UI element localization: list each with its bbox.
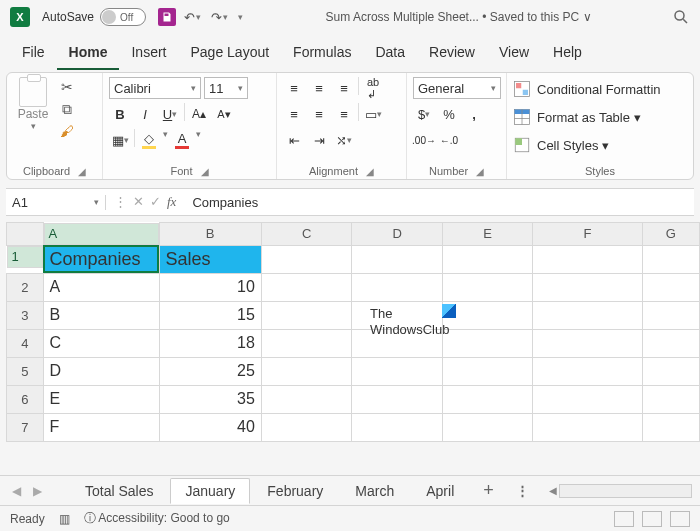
enter-formula-icon[interactable]: ✓ xyxy=(150,194,161,210)
menu-file[interactable]: File xyxy=(10,38,57,70)
column-header-F[interactable]: F xyxy=(533,223,642,246)
cell-G3[interactable] xyxy=(642,301,699,329)
cell-E1[interactable] xyxy=(442,245,532,273)
merge-button[interactable]: ▭▾ xyxy=(362,103,384,125)
wrap-text-button[interactable]: ab↲ xyxy=(362,77,384,99)
row-header-3[interactable]: 3 xyxy=(7,301,44,329)
cell-G2[interactable] xyxy=(642,273,699,301)
align-bottom-button[interactable]: ≡ xyxy=(333,77,355,99)
currency-button[interactable]: $▾ xyxy=(413,103,435,125)
cell-A7[interactable]: F xyxy=(43,413,159,441)
cell-F6[interactable] xyxy=(533,385,642,413)
undo-button[interactable]: ↶▾ xyxy=(182,8,203,27)
alignment-dialog-launcher[interactable]: ◢ xyxy=(366,166,374,177)
cell-B1[interactable]: Sales xyxy=(159,245,261,273)
sheet-tab-april[interactable]: April xyxy=(411,478,469,504)
cell-A2[interactable]: A xyxy=(43,273,159,301)
cell-D5[interactable] xyxy=(352,357,442,385)
fill-color-button[interactable]: ◇ xyxy=(138,129,160,151)
cell-G5[interactable] xyxy=(642,357,699,385)
cancel-formula-icon[interactable]: ✕ xyxy=(133,194,144,210)
sheet-nav-next[interactable]: ▶ xyxy=(29,484,46,498)
search-icon[interactable] xyxy=(672,8,690,26)
bold-button[interactable]: B xyxy=(109,103,131,125)
align-middle-button[interactable]: ≡ xyxy=(308,77,330,99)
spreadsheet-grid[interactable]: ABCDEFG1CompaniesSales2A103B154C185D256E… xyxy=(6,222,700,442)
horizontal-scrollbar[interactable]: ◀ xyxy=(549,484,692,498)
comma-button[interactable]: , xyxy=(463,103,485,125)
align-right-button[interactable]: ≡ xyxy=(333,103,355,125)
menu-insert[interactable]: Insert xyxy=(119,38,178,70)
cell-D6[interactable] xyxy=(352,385,442,413)
name-box[interactable]: A1▾ xyxy=(6,195,106,210)
cell-C2[interactable] xyxy=(261,273,351,301)
format-as-table-button[interactable]: Format as Table ▾ xyxy=(513,105,641,129)
font-size-selector[interactable]: 11▾ xyxy=(204,77,248,99)
cell-E4[interactable] xyxy=(442,329,532,357)
cell-D2[interactable] xyxy=(352,273,442,301)
cell-E6[interactable] xyxy=(442,385,532,413)
row-header-2[interactable]: 2 xyxy=(7,273,44,301)
cell-C7[interactable] xyxy=(261,413,351,441)
cell-F5[interactable] xyxy=(533,357,642,385)
qat-customize[interactable]: ▾ xyxy=(236,10,245,24)
cell-A4[interactable]: C xyxy=(43,329,159,357)
column-header-D[interactable]: D xyxy=(352,223,442,246)
row-header-1[interactable]: 1 xyxy=(7,246,43,268)
formula-input[interactable]: Companies xyxy=(184,195,694,210)
sheet-menu-button[interactable]: ⋮ xyxy=(508,483,537,498)
font-color-button[interactable]: A xyxy=(171,129,193,151)
menu-review[interactable]: Review xyxy=(417,38,487,70)
cell-D1[interactable] xyxy=(352,245,442,273)
font-dialog-launcher[interactable]: ◢ xyxy=(201,166,209,177)
format-painter-icon[interactable]: 🖌 xyxy=(57,121,77,141)
cell-F4[interactable] xyxy=(533,329,642,357)
cell-B4[interactable]: 18 xyxy=(159,329,261,357)
menu-page-layout[interactable]: Page Layout xyxy=(178,38,281,70)
cell-C5[interactable] xyxy=(261,357,351,385)
percent-button[interactable]: % xyxy=(438,103,460,125)
cell-B2[interactable]: 10 xyxy=(159,273,261,301)
cell-A3[interactable]: B xyxy=(43,301,159,329)
menu-view[interactable]: View xyxy=(487,38,541,70)
menu-data[interactable]: Data xyxy=(363,38,417,70)
cell-E5[interactable] xyxy=(442,357,532,385)
orientation-button[interactable]: ⤭▾ xyxy=(333,129,355,151)
row-header-4[interactable]: 4 xyxy=(7,329,44,357)
row-header-5[interactable]: 5 xyxy=(7,357,44,385)
italic-button[interactable]: I xyxy=(134,103,156,125)
decrease-font-button[interactable]: A▾ xyxy=(213,103,235,125)
page-break-view-button[interactable] xyxy=(670,511,690,527)
cell-A1[interactable]: Companies xyxy=(43,245,159,273)
align-left-button[interactable]: ≡ xyxy=(283,103,305,125)
select-all-corner[interactable] xyxy=(7,223,44,246)
increase-indent-button[interactable]: ⇥ xyxy=(308,129,330,151)
borders-button[interactable]: ▦▾ xyxy=(109,129,131,151)
cell-G6[interactable] xyxy=(642,385,699,413)
sheet-tab-total-sales[interactable]: Total Sales xyxy=(70,478,168,504)
save-button[interactable] xyxy=(158,8,176,26)
clipboard-dialog-launcher[interactable]: ◢ xyxy=(78,166,86,177)
decrease-decimal-button[interactable]: ←.0 xyxy=(438,129,460,151)
font-name-selector[interactable]: Calibri▾ xyxy=(109,77,201,99)
cell-C4[interactable] xyxy=(261,329,351,357)
new-sheet-button[interactable]: + xyxy=(473,480,504,501)
underline-button[interactable]: U▾ xyxy=(159,103,181,125)
menu-help[interactable]: Help xyxy=(541,38,594,70)
cell-B3[interactable]: 15 xyxy=(159,301,261,329)
column-header-E[interactable]: E xyxy=(442,223,532,246)
copy-icon[interactable]: ⧉ xyxy=(57,99,77,119)
cell-B7[interactable]: 40 xyxy=(159,413,261,441)
column-header-A[interactable]: A xyxy=(44,223,159,245)
cell-B5[interactable]: 25 xyxy=(159,357,261,385)
cell-E7[interactable] xyxy=(442,413,532,441)
fx-icon[interactable]: fx xyxy=(167,194,176,210)
cell-B6[interactable]: 35 xyxy=(159,385,261,413)
sheet-tab-february[interactable]: February xyxy=(252,478,338,504)
row-header-7[interactable]: 7 xyxy=(7,413,44,441)
number-dialog-launcher[interactable]: ◢ xyxy=(476,166,484,177)
sheet-tab-january[interactable]: January xyxy=(170,478,250,504)
cut-icon[interactable]: ✂ xyxy=(57,77,77,97)
cell-F7[interactable] xyxy=(533,413,642,441)
menu-home[interactable]: Home xyxy=(57,38,120,70)
